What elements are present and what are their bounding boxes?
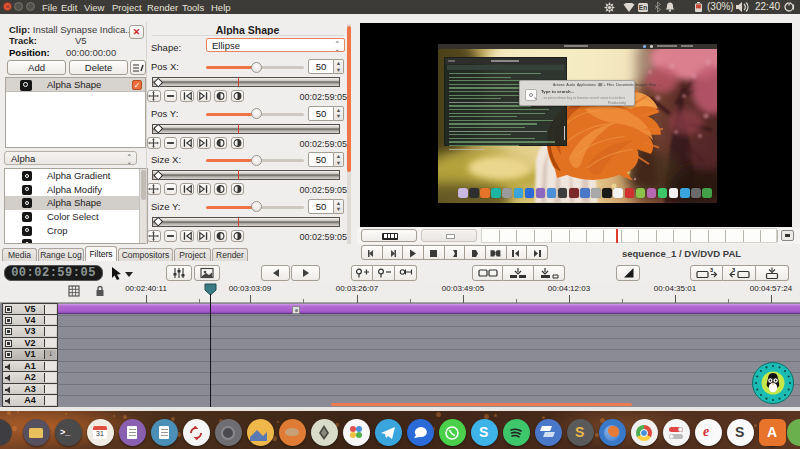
svg-text:3: 3 (732, 267, 735, 273)
svg-text:3: 3 (710, 267, 713, 273)
